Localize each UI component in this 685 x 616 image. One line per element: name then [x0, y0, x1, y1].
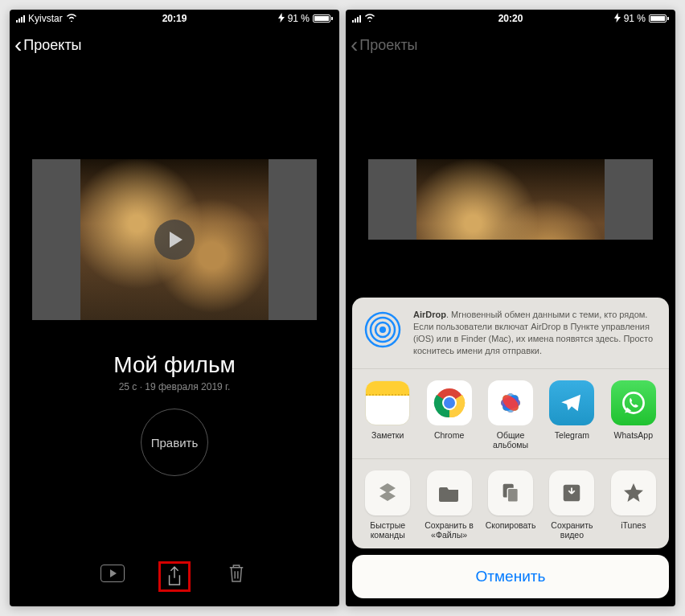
- telegram-icon: [549, 380, 594, 425]
- status-bar: Kyivstar 20:19 91 %: [10, 10, 339, 27]
- action-itunes[interactable]: iTunes: [603, 470, 664, 540]
- bottom-toolbar: [10, 561, 339, 592]
- share-app-photos[interactable]: Общие альбомы: [480, 380, 541, 450]
- trash-icon: [228, 563, 245, 584]
- svg-point-6: [444, 397, 455, 409]
- action-save-video[interactable]: Сохранить видео: [541, 470, 602, 540]
- shortcuts-icon: [365, 470, 410, 515]
- movie-title: Мой фильм: [10, 352, 339, 378]
- playback-button[interactable]: [99, 561, 126, 585]
- signal-icon: [16, 14, 25, 23]
- video-thumbnail: [416, 159, 605, 240]
- battery-icon: [649, 14, 669, 23]
- whatsapp-icon: [611, 380, 656, 425]
- copy-icon: [488, 470, 533, 515]
- video-preview[interactable]: [32, 159, 317, 320]
- star-icon: [611, 470, 656, 515]
- action-save-files[interactable]: Сохранить в «Файлы»: [418, 470, 479, 540]
- action-copy[interactable]: Скопировать: [480, 470, 541, 540]
- edit-button[interactable]: Править: [141, 409, 208, 476]
- battery-icon: [313, 14, 333, 23]
- chevron-left-icon: ‹: [351, 34, 358, 56]
- nav-back[interactable]: ‹ Проекты: [10, 27, 339, 63]
- share-app-row: Заметки: [352, 369, 669, 459]
- cancel-label: Отменить: [476, 568, 546, 585]
- share-app-whatsapp[interactable]: WhatsApp: [603, 380, 664, 450]
- airdrop-row[interactable]: AirDrop. Мгновенный обмен данными с теми…: [352, 298, 669, 368]
- notes-icon: [365, 380, 410, 425]
- share-app-chrome[interactable]: Chrome: [418, 380, 479, 450]
- phone-left: Kyivstar 20:19 91 % ‹ Проекты Мой фильм …: [10, 10, 339, 606]
- clock: 20:20: [498, 13, 523, 24]
- status-bar: 20:20 91 %: [346, 10, 675, 27]
- svg-point-0: [379, 326, 386, 333]
- cancel-button[interactable]: Отменить: [352, 555, 669, 598]
- airdrop-desc: . Мгновенный обмен данными с теми, кто р…: [413, 310, 653, 355]
- share-app-notes[interactable]: Заметки: [357, 380, 418, 450]
- share-app-telegram[interactable]: Telegram: [541, 380, 602, 450]
- bolt-icon: [278, 13, 285, 25]
- signal-icon: [352, 14, 361, 23]
- share-button[interactable]: [158, 561, 191, 592]
- svg-rect-17: [507, 488, 518, 502]
- airdrop-title: AirDrop: [413, 310, 446, 319]
- airdrop-icon: [362, 309, 404, 351]
- photos-icon: [488, 380, 533, 425]
- download-icon: [549, 470, 594, 515]
- play-icon[interactable]: [154, 220, 195, 260]
- share-action-row: Быстрые команды Сохранить в «Файлы» Скоп…: [352, 459, 669, 548]
- share-icon: [166, 565, 183, 588]
- wifi-icon: [364, 13, 375, 24]
- nav-back-label: Проекты: [359, 37, 417, 54]
- delete-button[interactable]: [223, 561, 250, 585]
- phone-right: 20:20 91 % ‹ Проекты: [346, 10, 675, 606]
- share-panel: AirDrop. Мгновенный обмен данными с теми…: [352, 298, 669, 548]
- carrier-label: Kyivstar: [28, 13, 63, 24]
- bolt-icon: [614, 13, 621, 25]
- battery-pct: 91 %: [288, 13, 310, 24]
- nav-back-label: Проекты: [23, 37, 81, 54]
- action-shortcuts[interactable]: Быстрые команды: [357, 470, 418, 540]
- airdrop-text: AirDrop. Мгновенный обмен данными с теми…: [413, 309, 658, 356]
- nav-back[interactable]: ‹ Проекты: [346, 27, 675, 63]
- edit-label: Править: [151, 436, 199, 450]
- video-preview: [368, 159, 653, 240]
- clock: 20:19: [162, 13, 187, 24]
- folder-icon: [427, 470, 472, 515]
- chevron-left-icon: ‹: [14, 34, 22, 56]
- play-rect-icon: [100, 565, 125, 582]
- wifi-icon: [66, 13, 77, 24]
- chrome-icon: [427, 380, 472, 425]
- movie-meta: 25 с · 19 февраля 2019 г.: [10, 381, 339, 392]
- battery-pct: 91 %: [624, 13, 646, 24]
- share-sheet: AirDrop. Мгновенный обмен данными с теми…: [352, 298, 669, 598]
